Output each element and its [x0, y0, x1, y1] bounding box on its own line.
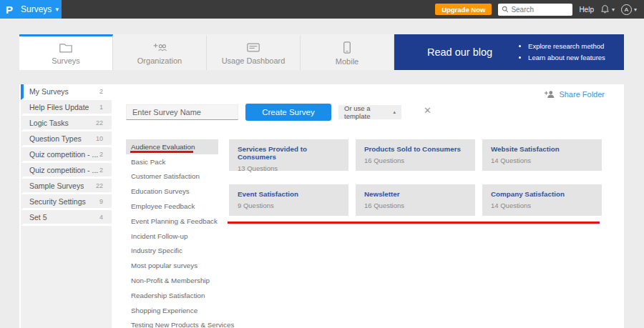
template-category[interactable]: Event Planning & Feedback	[126, 214, 218, 229]
template-category-label: Incident Follow-up	[131, 232, 188, 240]
bell-icon	[600, 4, 610, 14]
template-card[interactable]: Services Provided to Consumers 13 Questi…	[229, 139, 348, 171]
template-dropdown[interactable]: Or use a template ▴	[338, 105, 401, 119]
folder-count: 9	[99, 198, 103, 205]
blog-banner[interactable]: Read our blog Explore research methodLea…	[394, 34, 624, 70]
template-card-questions: 14 Questions	[491, 202, 593, 209]
tab-surveys[interactable]: Surveys	[19, 34, 113, 70]
people-add-icon	[152, 42, 167, 53]
avatar: A	[621, 4, 632, 15]
product-switcher[interactable]: Surveys ▾	[21, 4, 59, 14]
folder-label: Set 5	[29, 213, 47, 222]
template-card-title: Services Provided to Consumers	[238, 145, 340, 161]
template-category[interactable]: Incident Follow-up	[126, 229, 218, 244]
template-card[interactable]: Website Satisfaction 14 Questions	[482, 139, 602, 171]
template-category-label: Testing New Products & Services	[131, 321, 234, 328]
folder-count: 10	[96, 135, 103, 142]
account-menu[interactable]: A ▾	[621, 4, 637, 15]
folder-label: My Surveys	[29, 87, 69, 96]
sidebar-folder-item[interactable]: Help Files Update 1	[21, 100, 112, 116]
tab-label: Mobile	[336, 57, 358, 66]
template-category-label: Non-Profit & Membership	[131, 277, 210, 284]
upgrade-now-button[interactable]: Upgrade Now	[435, 4, 492, 15]
template-card-title: Event Satisfaction	[238, 190, 340, 198]
template-card[interactable]: Event Satisfaction 9 Questions	[229, 184, 348, 216]
tab-usage-dashboard[interactable]: Usage Dashboard	[207, 34, 301, 70]
chevron-down-icon: ▾	[612, 6, 615, 13]
template-card-questions: 14 Questions	[491, 156, 593, 164]
tabs: Surveys Organization Usage Dashboard Mob…	[19, 34, 394, 70]
template-card-title: Website Satisfaction	[491, 145, 593, 153]
sidebar-folder-item[interactable]: Set 5 4	[21, 210, 112, 226]
sidebar-folder-item[interactable]: Sample Surveys 22	[21, 179, 112, 194]
sidebar-folder-item[interactable]: Quiz competition - ... 2	[21, 163, 112, 179]
create-survey-button[interactable]: Create Survey	[245, 104, 331, 121]
template-card[interactable]: Company Satisfaction 14 Questions	[482, 184, 602, 216]
tab-label: Usage Dashboard	[222, 56, 286, 65]
template-category-label: Event Planning & Feedback	[131, 217, 218, 225]
sidebar-folder-item[interactable]: Quiz competition - ... 2	[21, 147, 112, 163]
folder-label: Quiz competition - ...	[29, 166, 98, 174]
template-dropdown-label: Or use a template	[344, 104, 393, 120]
share-folder-link[interactable]: Share Folder	[544, 90, 605, 99]
template-category[interactable]: Employee Feedback	[126, 199, 218, 214]
template-category[interactable]: Testing New Products & Services	[126, 318, 218, 328]
sidebar-folder-item[interactable]: Logic Tasks 22	[21, 116, 112, 131]
template-category[interactable]: Readership Satisfaction	[126, 288, 218, 303]
dashboard-icon	[246, 42, 260, 53]
blog-banner-bullet: Learn about new features	[528, 52, 605, 64]
folder-count: 2	[99, 88, 103, 95]
help-link[interactable]: Help	[579, 6, 594, 14]
brand: P Surveys ▾	[0, 0, 62, 19]
template-category-label: Employee Feedback	[131, 202, 195, 210]
sidebar-folder-item[interactable]: My Surveys 2	[21, 84, 112, 100]
template-category-label: Shopping Experience	[131, 307, 197, 314]
folder-label: Sample Surveys	[29, 182, 84, 190]
folder-count: 22	[96, 182, 103, 189]
sidebar-folder-item[interactable]: Question Types 10	[21, 131, 112, 147]
search-box[interactable]	[498, 4, 572, 16]
template-category[interactable]: Industry Specific	[126, 244, 218, 259]
template-category[interactable]: Non-Profit & Membership	[126, 273, 218, 288]
folder-label: Security Settings	[29, 197, 86, 206]
folder-label: Quiz competition - ...	[29, 150, 98, 159]
tab-mobile[interactable]: Mobile	[301, 34, 394, 70]
template-category[interactable]: Most popular surveys	[126, 258, 218, 273]
template-card[interactable]: Products Sold to Consumers 16 Questions	[356, 139, 475, 171]
folder-count: 2	[99, 151, 103, 158]
template-category[interactable]: Education Surveys	[126, 184, 218, 199]
blog-banner-title: Read our blog	[427, 46, 492, 58]
folder-label: Help Files Update	[29, 103, 89, 111]
folder-label: Logic Tasks	[29, 119, 69, 127]
template-card-questions: 16 Questions	[364, 202, 467, 209]
topbar-right: Upgrade Now Help ▾ A ▾	[435, 4, 644, 16]
folder-count: 22	[96, 119, 103, 126]
notifications-menu[interactable]: ▾	[600, 4, 615, 14]
chevron-down-icon: ▾	[55, 6, 59, 13]
template-card-grid: Services Provided to Consumers 13 Questi…	[229, 139, 602, 216]
template-category[interactable]: Basic Pack	[126, 154, 218, 169]
blog-banner-bullet: Explore research method	[528, 41, 605, 52]
screen: P Surveys ▾ Upgrade Now Help ▾ A ▾	[0, 0, 644, 328]
template-card[interactable]: Newsletter 16 Questions	[356, 184, 475, 216]
sidebar-folder-item[interactable]: Security Settings 9	[21, 194, 112, 210]
template-category[interactable]: Customer Satisfaction	[126, 169, 218, 184]
share-folder-label: Share Folder	[559, 90, 605, 99]
template-category-label: Industry Specific	[131, 247, 182, 254]
content: My Surveys 2 Help Files Update 1 Logic T…	[19, 84, 624, 328]
person-add-icon	[544, 90, 555, 99]
chevron-down-icon: ▾	[634, 6, 637, 13]
tab-organization[interactable]: Organization	[113, 34, 207, 70]
folder-count: 1	[99, 104, 103, 111]
template-category-label: Readership Satisfaction	[131, 292, 205, 299]
annotation-red-line	[228, 222, 600, 224]
survey-name-input[interactable]	[126, 104, 238, 120]
template-category[interactable]: Audience Evaluation	[126, 139, 218, 154]
close-icon[interactable]: ✕	[424, 105, 431, 116]
folder-icon	[59, 42, 73, 53]
template-category[interactable]: Shopping Experience	[126, 303, 218, 318]
product-switcher-label: Surveys	[21, 4, 52, 14]
topbar: P Surveys ▾ Upgrade Now Help ▾ A ▾	[0, 0, 644, 19]
template-category-list: Audience Evaluation Basic Pack Customer …	[126, 139, 218, 328]
search-input[interactable]	[511, 6, 568, 14]
